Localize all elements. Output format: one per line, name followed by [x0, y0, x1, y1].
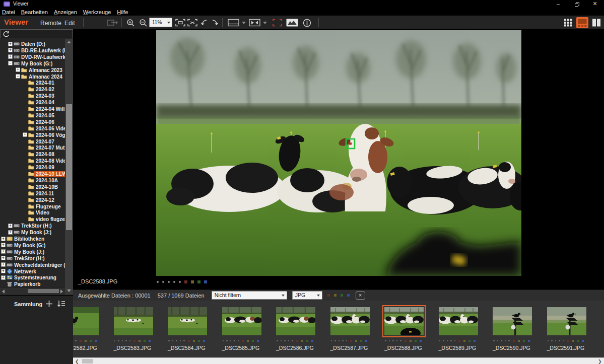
tree-item-2024-10a[interactable]: 2024-10A [0, 177, 65, 184]
filmstrip-thumbnail-selected[interactable]: _DSC2588.JPG [381, 304, 431, 356]
label-color-swatch[interactable] [577, 340, 579, 342]
expand-icon[interactable]: + [1, 237, 6, 241]
rating-dot[interactable] [346, 340, 348, 342]
thumbnail-frame[interactable] [328, 305, 372, 337]
label-color-swatch[interactable] [188, 340, 190, 342]
label-color-swatch[interactable] [184, 280, 187, 283]
label-color-swatch[interactable] [193, 340, 195, 342]
label-color-swatch[interactable] [95, 340, 97, 342]
tree-item-my-book-g-[interactable]: −My Book (G:) [0, 60, 65, 67]
rating-dot[interactable] [439, 340, 441, 342]
thumbnail-frame[interactable] [220, 305, 263, 337]
rating-dot[interactable] [342, 340, 344, 342]
rating-dot[interactable] [551, 340, 553, 342]
add-collection-icon[interactable] [45, 300, 53, 308]
rating-dot[interactable] [454, 340, 456, 342]
tree-item-my-book-j-[interactable]: +My Book (J:) [0, 229, 65, 236]
rating-dot[interactable] [176, 340, 177, 342]
tree-item-2024-03[interactable]: 2024-03 [0, 93, 65, 99]
label-color-filters[interactable] [327, 294, 350, 297]
tree-item-trekstor-h-[interactable]: +TrekStor (H:) [0, 223, 65, 229]
thumbnail-frame[interactable] [112, 305, 155, 337]
label-color-swatch[interactable] [149, 340, 151, 342]
label-color-swatch[interactable] [80, 340, 82, 342]
label-color-swatch[interactable] [350, 340, 352, 342]
menu-item-werkzeuge[interactable]: Werkzeuge [83, 9, 116, 15]
label-color-swatch[interactable] [242, 340, 244, 342]
thumbnail-frame[interactable] [437, 305, 480, 337]
rating-dot[interactable] [501, 340, 502, 342]
scroll-right-arrow[interactable]: ❯ [598, 359, 602, 363]
expand-icon[interactable]: + [8, 54, 13, 59]
label-color-swatch[interactable] [468, 340, 471, 342]
tree-item-my-book-g-[interactable]: +My Book (G:) [0, 242, 65, 249]
rating-dot[interactable] [396, 340, 398, 342]
rating-dot[interactable] [443, 340, 444, 342]
rating-dot[interactable] [505, 340, 506, 342]
rating-dot[interactable] [118, 340, 119, 342]
fit-to-screen-icon[interactable] [175, 19, 185, 27]
label-color-swatch[interactable] [463, 340, 465, 342]
rating-dot[interactable] [125, 340, 127, 342]
expand-icon[interactable]: + [8, 230, 13, 235]
label-color-swatch[interactable] [90, 340, 92, 342]
filter-dropdown[interactable]: Nicht filtern [212, 291, 287, 300]
tree-item-2024-06-v-gel[interactable]: +2024-06 Vögel [0, 132, 65, 138]
tree-item-almanac-2023[interactable]: +Almanac 2023 [0, 67, 65, 74]
rating-dot[interactable] [284, 340, 286, 342]
label-color-swatch[interactable] [360, 340, 362, 342]
tree-item-2024-02[interactable]: 2024-02 [0, 86, 65, 93]
minimize-button[interactable]: – [551, 0, 566, 8]
rating-dot[interactable] [548, 340, 549, 342]
rating-dot[interactable] [122, 340, 123, 342]
compare-images-icon[interactable] [249, 19, 261, 27]
tree-vertical-scrollbar[interactable] [65, 39, 73, 287]
info-icon[interactable] [303, 19, 311, 27]
sort-order-icon[interactable] [57, 300, 66, 308]
label-color-swatch[interactable] [582, 340, 584, 342]
rating-dot[interactable] [331, 340, 332, 342]
main-photo-canvas[interactable] [156, 30, 521, 276]
tree-item-daten-d-[interactable]: +Daten (D:) [0, 41, 65, 47]
rating-dot[interactable] [292, 340, 293, 342]
actual-size-icon[interactable] [187, 19, 197, 27]
tree-item-2024-11[interactable]: 2024-11 [0, 190, 65, 197]
rating-dot[interactable] [447, 340, 448, 342]
thumbnail-frame[interactable] [274, 305, 317, 337]
label-color-swatch[interactable] [513, 340, 515, 342]
expand-icon[interactable]: + [8, 224, 13, 228]
thumbnail-frame[interactable] [382, 305, 426, 337]
label-color-swatch[interactable] [198, 340, 200, 342]
scroll-left-arrow[interactable]: ❮ [75, 359, 79, 363]
menu-item-anzeigen[interactable]: Anzeigen [54, 9, 82, 15]
rating-dot[interactable] [172, 340, 174, 342]
tree-item-almanac-2024[interactable]: −Almanac 2024 [0, 74, 65, 80]
tree-item-video-flugzeuge[interactable]: video flugzeuge [0, 216, 65, 223]
restore-button[interactable] [569, 0, 584, 8]
menu-item-datei[interactable]: Datei [2, 9, 20, 15]
chevron-down-icon[interactable] [242, 22, 246, 24]
scroll-down-button[interactable] [65, 287, 73, 295]
rating-dot[interactable] [450, 340, 452, 342]
rating-dot[interactable] [234, 340, 235, 342]
rating-dot[interactable] [400, 340, 401, 342]
tree-item-2024-06[interactable]: 2024-06 [0, 119, 65, 125]
label-color-swatch[interactable] [191, 280, 194, 283]
tree-item-2024-04-willi[interactable]: 2024-04 Willi [0, 106, 65, 112]
rating-dot[interactable] [385, 340, 386, 342]
thumbnail-frame[interactable] [73, 305, 101, 337]
scrollbar-thumb[interactable] [28, 289, 59, 293]
rating-dot[interactable] [288, 340, 290, 342]
rating-and-labels[interactable] [157, 280, 207, 283]
rating-dot[interactable] [392, 340, 394, 342]
scroll-right-arrow[interactable] [60, 289, 63, 294]
label-color-filter[interactable] [341, 294, 343, 297]
filetype-dropdown[interactable]: JPG [292, 291, 322, 300]
tree-item-wechseldatentr-ger-i-[interactable]: +Wechseldatenträger (I:) [0, 262, 65, 268]
label-color-filter[interactable] [334, 294, 337, 297]
rating-dot[interactable] [389, 340, 390, 342]
rating-dot[interactable] [173, 281, 175, 283]
label-color-swatch[interactable] [197, 280, 200, 283]
rating-dot[interactable] [183, 340, 185, 342]
rating-dot[interactable] [168, 340, 170, 342]
